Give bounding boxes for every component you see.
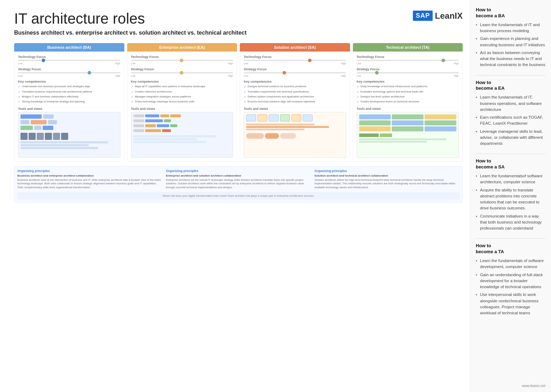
ba-strategy-label: Strategy Focus <box>18 67 120 71</box>
ea-bar-3c <box>170 124 177 127</box>
sa-competencies: Key competencies ✓ Designs technical sol… <box>244 80 346 104</box>
ea-comp-label: Key competencies <box>131 80 233 83</box>
ta-header: Technical architect (TA) <box>353 43 463 52</box>
ba-org-row-3 <box>20 126 118 130</box>
ba-strategy-dot <box>88 71 91 75</box>
sa-strategy-labels: LowHigh <box>244 75 346 77</box>
ea-mockup <box>131 112 233 158</box>
sa-tech-track <box>244 60 346 61</box>
bottom-sublabel-0: Business architect and enterprise archit… <box>17 174 162 177</box>
sa-node-4 <box>280 114 290 121</box>
ba-tools-label: Tools and views <box>18 107 120 111</box>
sa-check-4: ✓ <box>244 100 246 104</box>
ta-tech-label: Technology Focus <box>357 55 459 59</box>
ba-org-box-1 <box>20 114 42 119</box>
ea-bottom-1 <box>134 135 216 137</box>
bottom-item-label-2: Organizing principles <box>314 169 460 173</box>
ta-check-3: ✓ <box>357 95 359 99</box>
ea-competencies: Key competencies ✓ Maps all IT capabilit… <box>131 80 233 104</box>
ea-label-3 <box>134 124 144 127</box>
ea-row-2 <box>134 119 231 122</box>
ba-body: Technology Focus LowHigh Strategy Focus <box>14 52 124 162</box>
sidebar-section-ea: How to become a EA Learn the fundamental… <box>476 80 545 147</box>
sidebar-section-ba: How to become a BA Learn the fundamental… <box>476 7 545 68</box>
divider-3 <box>476 238 545 239</box>
ta-cell-9 <box>425 126 456 131</box>
ta-strategy-label: Strategy Focus <box>357 67 459 71</box>
check-icon-4: ✓ <box>18 100 20 104</box>
sa-nodes <box>246 114 344 121</box>
sa-line-1 <box>246 124 314 125</box>
bottom-item-text-1: Enterprise architects set the overall IT… <box>166 178 311 190</box>
ba-row-3 <box>20 147 98 149</box>
ea-tools: Tools and views <box>131 107 233 158</box>
sa-bottom-nodes <box>246 133 344 139</box>
ea-comp-1: ✓ Maps all IT capabilities and systems i… <box>131 85 233 89</box>
sidebar-heading-ba: How to become a BA <box>476 7 545 19</box>
sa-tools-label: Tools and views <box>244 107 346 111</box>
ba-strategy-focus: Strategy Focus LowHigh <box>18 67 120 77</box>
ta-cell-5 <box>392 120 423 125</box>
ta-cell-7 <box>359 126 391 131</box>
ea-body: Technology Focus LowHigh Strategy Focus <box>127 52 237 162</box>
ea-comp-2: ✓ Creates reference architectures <box>131 90 233 94</box>
ba-org-row-1 <box>20 114 118 119</box>
ta-strategy-dot <box>375 71 379 75</box>
sidebar-section-sa: How to become a SA Learn the fundamental… <box>476 158 545 231</box>
ta-bottom-row <box>359 133 457 137</box>
footer-note: Which role does your digital transformat… <box>17 192 460 200</box>
ea-tools-label: Tools and views <box>131 107 233 111</box>
ea-bar-3b <box>157 124 169 127</box>
sidebar-section-ta: How to become a TA Learn the fundamental… <box>476 243 545 316</box>
sidebar-ea-item-0: Learn the fundamentals of IT, business o… <box>476 94 545 113</box>
ba-comp-2: ✓ Translates business requirements into … <box>18 90 120 94</box>
ea-tech-labels: LowHigh <box>131 62 233 65</box>
sidebar-ta-item-2: Use interpersonal skills to work alongsi… <box>476 292 545 316</box>
ba-block-6 <box>61 133 68 140</box>
ba-row-1 <box>20 141 108 143</box>
ea-check-3: ✓ <box>131 95 134 99</box>
sidebar-heading-sa: How to become a SA <box>476 158 545 170</box>
ea-tech-label: Technology Focus <box>131 55 233 59</box>
ea-rows <box>134 114 231 133</box>
sa-header: Solution architect (SA) <box>240 43 350 52</box>
ea-bottom-3 <box>134 141 207 143</box>
ta-bar-2 <box>380 133 392 137</box>
page-title: IT architecture roles <box>14 11 463 27</box>
ea-tech-dot <box>180 59 183 62</box>
sidebar-heading-ea: How to become a EA <box>476 80 545 92</box>
ta-bar-1 <box>359 133 379 137</box>
sidebar-list-sa: Learn the fundamentalsof software archit… <box>476 173 545 231</box>
ba-tech-labels: LowHigh <box>18 62 120 65</box>
ta-card: Technical architect (TA) Technology Focu… <box>353 43 463 162</box>
ea-bar-3a <box>145 124 156 127</box>
sa-node-3 <box>269 114 279 121</box>
bottom-item-text-2: Solution architects define the high-leve… <box>314 178 460 190</box>
ea-strategy-track <box>131 72 233 73</box>
sidebar-ba-item-1: Gain experience in planning and executin… <box>476 36 545 48</box>
ba-org-box-6 <box>20 126 33 130</box>
ea-bar-4b <box>162 129 171 132</box>
ea-check-2: ✓ <box>131 90 134 94</box>
ta-tech-track <box>357 60 459 61</box>
ba-block-1 <box>20 133 28 140</box>
ea-label-4 <box>134 129 144 132</box>
bottom-grid: Organizing principles Business architect… <box>17 169 460 190</box>
ta-body: Technology Focus LowHigh Strategy Focus <box>353 52 463 162</box>
sa-lines <box>246 124 344 130</box>
bottom-item-2: Organizing principles Solution architect… <box>314 169 460 190</box>
ba-row-2 <box>20 144 89 146</box>
bottom-item-label-0: Organizing principles <box>17 169 162 173</box>
sidebar-ba-item-2: Act as liaison between conveying what th… <box>476 50 545 68</box>
ba-org-box-5 <box>48 120 57 124</box>
ta-strategy-labels: LowHigh <box>357 75 459 77</box>
ba-tools: Tools and views <box>18 107 120 158</box>
ea-bottom-2 <box>134 138 197 140</box>
sa-comp-2: ✓ Translates requirements into technical… <box>244 90 346 94</box>
sa-bottom-2 <box>265 133 279 139</box>
header-section: IT architecture roles Business architect… <box>14 11 463 36</box>
ba-mockup <box>18 112 120 158</box>
sa-check-3: ✓ <box>244 95 246 99</box>
ta-check-1: ✓ <box>357 85 359 89</box>
ta-cell-8 <box>392 126 423 131</box>
